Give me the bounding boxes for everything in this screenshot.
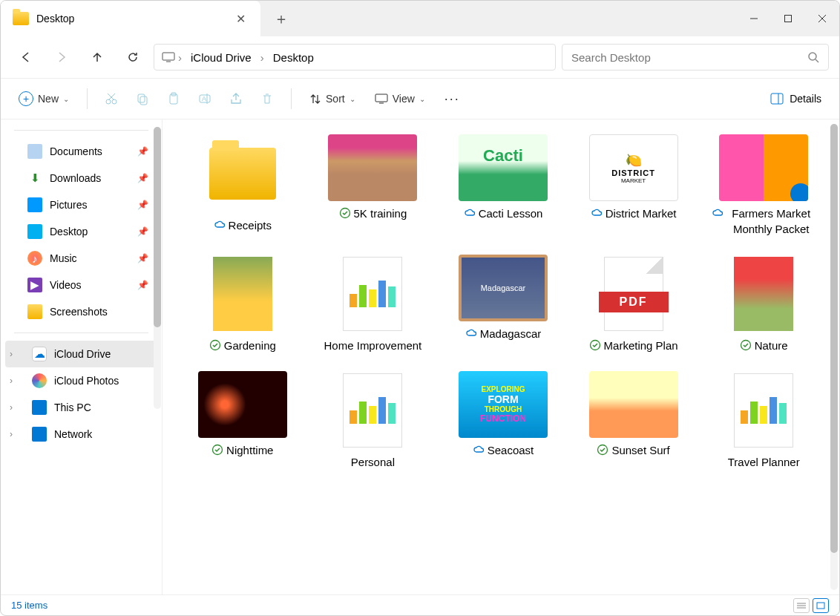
rename-button[interactable]: A	[191, 88, 218, 110]
details-view-button[interactable]	[793, 598, 810, 613]
content-area: Receipts5K trainingCacti Lesson🍋DISTRICT…	[163, 119, 839, 594]
image-thumbnail	[459, 134, 548, 201]
new-tab-button[interactable]: ＋	[260, 9, 302, 29]
sidebar-item-documents[interactable]: Documents📌	[1, 138, 162, 165]
details-button[interactable]: Details	[763, 88, 829, 109]
sidebar-item-downloads[interactable]: ⬇Downloads📌	[1, 165, 162, 191]
delete-button[interactable]	[254, 88, 280, 110]
up-button[interactable]	[82, 42, 112, 72]
file-item-farmers-market-monthly-packet[interactable]: Farmers Market Monthly Packet	[706, 134, 821, 237]
chevron-right-icon[interactable]: ›	[10, 349, 24, 359]
cloud-status-icon	[464, 207, 476, 217]
breadcrumb[interactable]: › iCloud Drive › Desktop	[154, 44, 556, 71]
view-button[interactable]: View ⌄	[367, 88, 433, 109]
share-button[interactable]	[223, 88, 249, 110]
sidebar-item-pictures[interactable]: Pictures📌	[1, 191, 162, 218]
copy-button[interactable]	[129, 88, 156, 110]
file-item-seacoast[interactable]: EXPLORINGFORMTHROUGHFUNCTIONSeacoast	[445, 371, 561, 470]
minimize-button[interactable]	[737, 1, 771, 36]
sidebar-item-icloud-drive[interactable]: ›☁iCloud Drive	[5, 341, 157, 367]
thumb-wrap: PDF	[604, 255, 663, 333]
back-button[interactable]	[11, 42, 41, 72]
folder-icon	[13, 12, 29, 25]
pin-icon: 📌	[137, 146, 148, 157]
more-button[interactable]: ···	[437, 87, 467, 111]
tab-desktop[interactable]: Desktop ✕	[1, 1, 260, 36]
pc-icon	[32, 400, 47, 415]
file-item-home-improvement[interactable]: Home Improvement	[315, 255, 431, 353]
cloud-status-icon	[712, 207, 723, 217]
svg-rect-32	[817, 603, 824, 609]
sidebar-item-music[interactable]: ♪Music📌	[1, 245, 162, 272]
item-label: Receipts	[214, 217, 272, 233]
file-item-marketing-plan[interactable]: PDFMarketing Plan	[576, 255, 692, 353]
document-icon	[734, 373, 793, 448]
new-button[interactable]: + New ⌄	[11, 87, 76, 111]
item-label: Personal	[351, 454, 395, 470]
file-item-sunset-surf[interactable]: Sunset Surf	[576, 371, 692, 470]
sidebar-item-label: Videos	[50, 279, 82, 291]
search-box[interactable]	[562, 44, 829, 71]
cloud-status-icon	[214, 219, 226, 229]
new-label: New	[38, 93, 59, 105]
content-scroll[interactable]: Receipts5K trainingCacti Lesson🍋DISTRICT…	[163, 119, 829, 594]
chevron-right-icon[interactable]: ›	[10, 402, 24, 413]
search-icon[interactable]	[807, 51, 819, 63]
file-item-travel-planner[interactable]: Travel Planner	[706, 371, 821, 470]
videos-icon: ▶	[27, 278, 42, 292]
crumb-icloud-drive[interactable]: iCloud Drive	[185, 50, 257, 65]
cloud-status-icon	[591, 207, 603, 217]
body: Documents📌⬇Downloads📌Pictures📌Desktop📌♪M…	[1, 119, 839, 594]
sidebar-item-this-pc[interactable]: ›This PC	[1, 394, 162, 421]
scrollbar-thumb[interactable]	[830, 124, 838, 553]
image-thumbnail: Madagascar	[459, 255, 548, 321]
file-item-nighttime[interactable]: Nighttime	[185, 371, 301, 470]
sidebar-item-label: Documents	[50, 145, 102, 157]
image-thumbnail: 🍋DISTRICTMARKET	[589, 134, 678, 201]
maximize-button[interactable]	[771, 1, 805, 36]
image-thumbnail	[589, 371, 678, 438]
sidebar-item-desktop[interactable]: Desktop📌	[1, 218, 162, 245]
sidebar-scrollbar[interactable]	[154, 127, 161, 409]
sidebar-item-label: Music	[50, 252, 77, 264]
photos-icon	[32, 373, 47, 388]
sidebar-item-network[interactable]: ›Network	[1, 421, 162, 448]
item-label: Marketing Plan	[589, 338, 678, 353]
close-window-button[interactable]	[805, 1, 839, 36]
sort-label: Sort	[326, 93, 345, 105]
image-thumbnail	[328, 134, 417, 201]
file-item-district-market[interactable]: 🍋DISTRICTMARKETDistrict Market	[576, 134, 692, 237]
chevron-right-icon[interactable]: ›	[10, 376, 24, 386]
file-item-nature[interactable]: Nature	[706, 255, 821, 353]
refresh-button[interactable]	[118, 42, 148, 72]
file-item-madagascar[interactable]: MadagascarMadagascar	[445, 255, 561, 353]
item-label: Nature	[740, 338, 788, 353]
chevron-right-icon[interactable]: ›	[10, 429, 24, 439]
file-item-gardening[interactable]: Gardening	[185, 255, 301, 353]
item-label: Nighttime	[211, 442, 273, 458]
crumb-desktop[interactable]: Desktop	[267, 50, 320, 65]
scrollbar-thumb[interactable]	[154, 127, 161, 327]
cut-button[interactable]	[98, 88, 125, 110]
content-scrollbar[interactable]	[830, 124, 838, 590]
file-item-cacti-lesson[interactable]: Cacti Lesson	[445, 134, 561, 237]
paste-button[interactable]	[160, 88, 187, 110]
file-item-personal[interactable]: Personal	[315, 371, 431, 470]
sidebar-item-icloud-photos[interactable]: ›iCloud Photos	[1, 367, 162, 394]
toolbar: + New ⌄ A Sort ⌄ View ⌄ ··· Details	[1, 78, 839, 119]
pictures-icon	[27, 197, 42, 212]
forward-button[interactable]	[47, 42, 76, 72]
chevron-right-icon[interactable]: ›	[260, 51, 264, 64]
icons-view-button[interactable]	[813, 598, 829, 613]
chevron-right-icon[interactable]: ›	[178, 51, 182, 64]
search-input[interactable]	[571, 51, 801, 64]
sort-button[interactable]: Sort ⌄	[302, 88, 363, 109]
close-tab-button[interactable]: ✕	[233, 9, 249, 29]
pc-icon[interactable]	[162, 52, 175, 62]
file-item-receipts[interactable]: Receipts	[185, 134, 301, 237]
sidebar-item-videos[interactable]: ▶Videos📌	[1, 272, 162, 298]
item-name: Gardening	[224, 338, 276, 353]
file-item-5k-training[interactable]: 5K training	[315, 134, 431, 237]
sidebar-item-screenshots[interactable]: Screenshots	[1, 298, 162, 325]
item-label: Home Improvement	[324, 338, 422, 353]
